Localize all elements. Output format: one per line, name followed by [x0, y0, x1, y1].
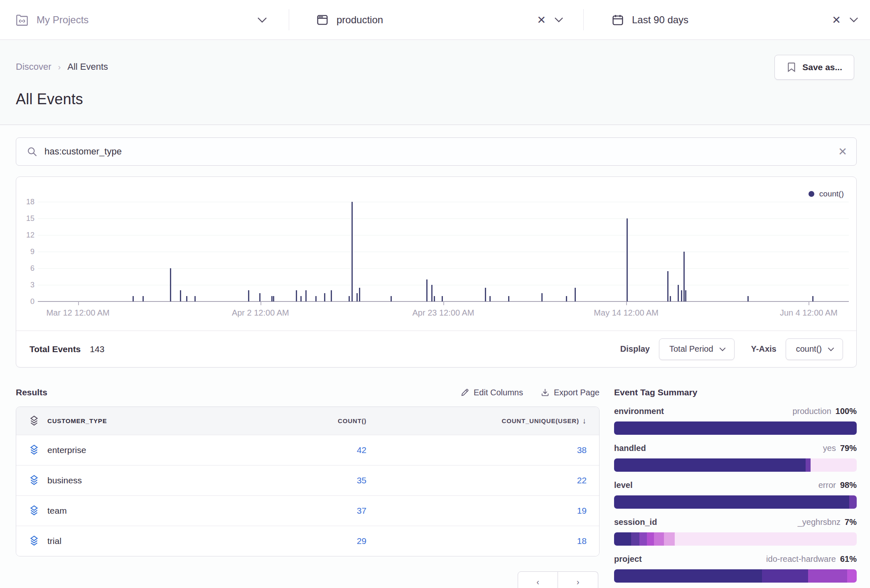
- x-axis-tick: [443, 301, 444, 305]
- previous-page-button[interactable]: ‹: [518, 571, 558, 588]
- tag-bar-segment: [849, 495, 857, 509]
- chart-bar: [349, 296, 350, 301]
- chart-bar: [271, 296, 273, 301]
- chevron-down-icon: [719, 347, 726, 351]
- bookmark-icon: [786, 62, 796, 73]
- chart-bar: [143, 296, 144, 301]
- clear-environment-icon[interactable]: ✕: [537, 15, 546, 25]
- gridline: [38, 268, 849, 269]
- chart-bar: [667, 271, 668, 301]
- legend-dot-icon: [809, 191, 814, 197]
- column-count[interactable]: COUNT(): [267, 417, 379, 424]
- chart-bar: [248, 290, 249, 301]
- clear-daterange-icon[interactable]: ✕: [832, 15, 841, 25]
- event-tag-summary: Event Tag Summary environmentproduction1…: [614, 385, 857, 588]
- display-select-value: Total Period: [669, 344, 713, 354]
- tag-distribution-bar[interactable]: [614, 569, 857, 583]
- chart-bar: [273, 296, 274, 301]
- next-page-button[interactable]: ›: [558, 571, 598, 588]
- y-axis-tick-label: 0: [16, 297, 34, 306]
- chart-bar: [359, 288, 360, 301]
- row-count-link[interactable]: 37: [357, 506, 366, 515]
- chart-bar: [489, 296, 491, 301]
- stack-icon[interactable]: [29, 444, 39, 456]
- chevron-down-icon[interactable]: [257, 17, 267, 23]
- save-as-button[interactable]: Save as...: [774, 55, 854, 80]
- tag-distribution-bar[interactable]: [614, 532, 857, 546]
- tag-bar-segment: [811, 458, 857, 472]
- save-as-label: Save as...: [802, 62, 842, 72]
- chart-bar: [180, 290, 181, 301]
- tag-name: environment: [614, 407, 664, 416]
- search-bar[interactable]: has:customer_type ✕: [16, 137, 857, 166]
- tag-percentage: 61%: [840, 554, 857, 564]
- column-count-unique[interactable]: COUNT_UNIQUE(USER) ↓: [379, 416, 599, 426]
- chart-bar: [541, 293, 543, 301]
- tag-distribution-bar[interactable]: [614, 458, 857, 472]
- search-input[interactable]: has:customer_type: [44, 146, 838, 157]
- daterange-selector[interactable]: Last 90 days ✕: [584, 0, 870, 39]
- stack-icon[interactable]: [29, 475, 39, 486]
- chevron-down-icon[interactable]: [849, 17, 858, 22]
- chart-plot-area: 0369121518Mar 12 12:00 AMApr 2 12:00 AMA…: [38, 202, 849, 301]
- tag-summary-entry: handledyes79%: [614, 443, 857, 472]
- top-bar: My Projects production ✕: [0, 0, 870, 40]
- tag-name: project: [614, 554, 642, 564]
- column-customer-type[interactable]: CUSTOMER_TYPE: [47, 417, 267, 424]
- events-chart: count() 0369121518Mar 12 12:00 AMApr 2 1…: [16, 177, 856, 331]
- row-unique-link[interactable]: 19: [577, 506, 587, 516]
- tag-bar-segment: [647, 532, 654, 546]
- clear-search-icon[interactable]: ✕: [838, 146, 847, 157]
- row-count-link[interactable]: 42: [357, 445, 366, 455]
- edit-columns-button[interactable]: Edit Columns: [460, 388, 523, 397]
- tag-summary-entry: projectido-react-hardware61%: [614, 554, 857, 583]
- row-count-link[interactable]: 35: [357, 475, 366, 485]
- yaxis-select[interactable]: count(): [786, 338, 843, 360]
- chart-bar: [681, 290, 682, 301]
- x-axis-tick-label: May 14 12:00 AM: [594, 308, 659, 318]
- x-axis-tick: [626, 301, 627, 305]
- row-unique-link[interactable]: 38: [577, 445, 587, 455]
- chart-bar: [391, 296, 392, 301]
- tag-distribution-bar[interactable]: [614, 421, 857, 435]
- row-count-link[interactable]: 29: [357, 536, 366, 546]
- x-axis-tick-label: Jun 4 12:00 AM: [780, 308, 838, 318]
- breadcrumb-current: All Events: [67, 61, 108, 72]
- edit-columns-label: Edit Columns: [474, 388, 523, 397]
- x-axis-tick-label: Apr 23 12:00 AM: [413, 308, 474, 318]
- row-unique-link[interactable]: 18: [577, 536, 587, 546]
- tag-bar-segment: [614, 532, 631, 546]
- project-selector-label: My Projects: [37, 14, 88, 26]
- tag-top-value: yes79%: [823, 443, 857, 453]
- display-select[interactable]: Total Period: [659, 338, 735, 360]
- table-row: team3719: [16, 495, 599, 526]
- chart-bar: [812, 296, 813, 301]
- chart-bar: [305, 290, 307, 301]
- chart-bar: [485, 288, 486, 301]
- tag-bar-segment: [614, 421, 857, 435]
- environment-selector[interactable]: production ✕: [289, 0, 583, 39]
- stack-icon[interactable]: [29, 535, 39, 547]
- tag-bar-segment: [614, 569, 762, 583]
- row-unique-link[interactable]: 22: [577, 475, 587, 485]
- search-icon: [26, 146, 38, 157]
- table-row: enterprise4238: [16, 435, 599, 465]
- page-header: Discover › All Events All Events Save as…: [0, 40, 870, 125]
- project-selector[interactable]: My Projects: [0, 0, 289, 39]
- tag-distribution-bar[interactable]: [614, 495, 857, 509]
- environment-label: production: [337, 14, 383, 26]
- x-axis-tick-label: Apr 2 12:00 AM: [232, 308, 289, 318]
- row-tag-value: business: [47, 475, 267, 485]
- breadcrumb-discover[interactable]: Discover: [16, 61, 52, 72]
- chevron-down-icon[interactable]: [554, 17, 563, 22]
- tag-summary-heading: Event Tag Summary: [614, 387, 697, 397]
- stack-icon: [29, 415, 39, 427]
- tag-bar-segment: [639, 532, 647, 546]
- tag-bar-segment: [675, 532, 857, 546]
- pencil-icon: [460, 388, 469, 397]
- chart-bar: [324, 293, 325, 301]
- stack-icon[interactable]: [29, 505, 39, 517]
- tag-bar-segment: [762, 569, 808, 583]
- chart-bar: [747, 296, 749, 301]
- export-page-button[interactable]: Export Page: [541, 388, 600, 397]
